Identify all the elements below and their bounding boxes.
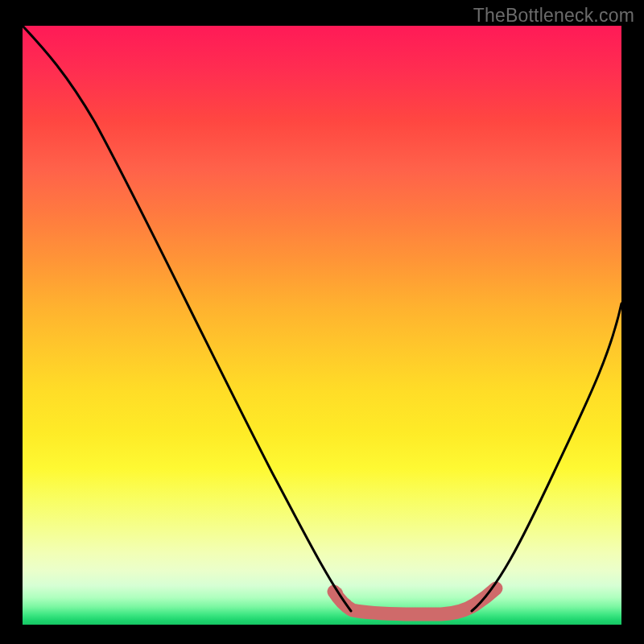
watermark-text: TheBottleneck.com	[473, 5, 634, 27]
curves-layer	[23, 26, 621, 625]
left-curve-path	[23, 26, 351, 611]
right-curve-path	[472, 303, 621, 611]
plot-area	[23, 26, 621, 625]
chart-frame: TheBottleneck.com	[0, 0, 644, 644]
